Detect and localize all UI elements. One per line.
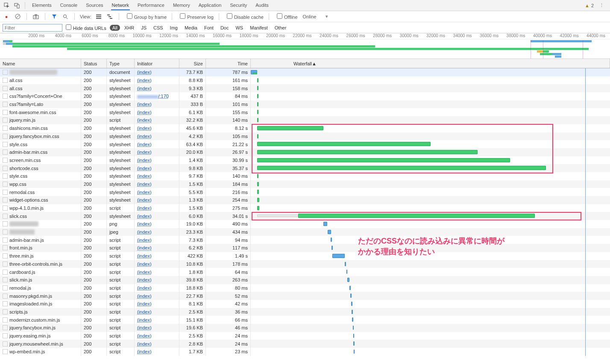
cell-initiator[interactable]: (index) [135,252,179,260]
tab-network[interactable]: Network [111,1,130,10]
request-row[interactable]: masonry.pkgd.min.js200script(index)22.7 … [0,292,610,300]
cell-initiator[interactable]: (index) [135,140,179,148]
throttle-dropdown-icon[interactable]: ▾ [326,14,328,19]
request-row[interactable]: remodal.css200stylesheet(index)5.5 KB216… [0,188,610,196]
request-row[interactable]: style.css200stylesheet(index)9.7 KB140 m… [0,172,610,180]
request-row[interactable]: jquery.min.js200script(index)32.2 KB140 … [0,116,610,124]
chip-font[interactable]: Font [202,25,216,31]
chip-manifest[interactable]: Manifest [247,25,270,31]
search-icon[interactable] [62,13,69,21]
chip-media[interactable]: Media [182,25,200,31]
cell-initiator[interactable]: (index) [135,180,179,188]
cell-initiator[interactable]: (index) [135,148,179,156]
cell-initiator[interactable]: (index) [135,132,179,141]
request-row[interactable]: font-awesome.min.css200stylesheet(index)… [0,108,610,116]
hide-data-checkbox[interactable] [66,24,71,30]
cell-initiator[interactable]: (index) [135,276,179,284]
sort-icon[interactable]: ▲ [312,61,317,66]
col-time[interactable]: Time [206,59,251,68]
chip-all[interactable]: All [110,25,120,31]
request-row[interactable]: cardboard.js200script(index)1.8 KB64 ms [0,268,610,276]
request-row[interactable]: remodal.js200script(index)18.8 KB80 ms [0,284,610,292]
request-row[interactable]: widget-options.css200stylesheet(index)1.… [0,196,610,204]
capture-screenshot-icon[interactable] [32,13,40,21]
request-row[interactable]: jquery.easing.min.js200script(index)2.5 … [0,332,610,340]
request-row[interactable]: slick.min.js200script(index)39.8 KB263 m… [0,276,610,284]
request-row[interactable]: admin-bar.min.css200stylesheet(index)20.… [0,148,610,156]
tab-memory[interactable]: Memory [172,1,191,10]
col-waterfall[interactable]: Waterfall▲ [251,59,610,68]
request-row[interactable]: front.min.js200script(index)6.2 KB117 ms [0,244,610,252]
cell-initiator[interactable]: (index) [135,164,179,172]
tab-performance[interactable]: Performance [137,1,165,10]
chip-xhr[interactable]: XHR [122,25,137,31]
cell-initiator[interactable]: (index) [135,324,179,332]
chip-other[interactable]: Other [272,25,289,31]
cell-initiator[interactable]: (index) [135,204,179,212]
timeline-overview[interactable]: 2000 ms4000 ms6000 ms8000 ms10000 ms1200… [0,33,610,59]
preserve-log-option[interactable]: Preserve log [177,13,214,20]
cell-initiator[interactable]: (index) [135,300,179,308]
chip-img[interactable]: Img [167,25,180,31]
col-size[interactable]: Size [179,59,206,68]
record-icon[interactable]: ● [3,13,10,21]
cell-initiator[interactable]: (index) [135,332,179,340]
col-initiator[interactable]: Initiator [135,59,179,68]
request-row[interactable]: admin-bar.min.js200script(index)7.3 KB94… [0,236,610,244]
request-row[interactable]: css?family=Lato200stylesheet(index)333 B… [0,100,610,109]
waterfall-view-icon[interactable] [106,13,114,21]
request-row[interactable]: scripts.js200script(index)2.5 KB36 ms [0,308,610,316]
cell-initiator[interactable]: (index) [135,228,179,236]
filter-icon[interactable] [50,13,58,21]
request-row[interactable]: dashicons.min.css200stylesheet(index)45.… [0,124,610,132]
cell-initiator[interactable]: (index) [135,316,179,324]
cell-initiator[interactable]: (index) [135,292,179,300]
offline-option[interactable]: Offline [274,13,298,20]
request-row[interactable]: %...200jpeg(index)23.3 KB434 ms [0,228,610,236]
more-icon[interactable]: ⋮ [597,1,606,10]
request-row[interactable]: three.min.js200script(index)422 KB1.49 s [0,252,610,260]
cell-initiator[interactable]: (index) [135,348,179,356]
chip-css[interactable]: CSS [151,25,166,31]
tab-audits[interactable]: Audits [255,1,270,10]
device-toggle-icon[interactable] [13,1,21,10]
request-row[interactable]: slick.css200stylesheet(index)6.0 KB34.01… [0,212,610,220]
hide-data-urls-option[interactable]: Hide data URLs [66,24,106,31]
col-type[interactable]: Type [107,59,135,68]
request-row[interactable]: wp-embed.min.js200script(index)1.7 KB23 … [0,348,610,356]
disable-cache-option[interactable]: Disable cache [224,13,264,20]
tab-sources[interactable]: Sources [85,1,104,10]
request-row[interactable]: imagesloaded.min.js200script(index)8.1 K… [0,300,610,308]
request-row[interactable]: jquery.fancybox.min.css200stylesheet(ind… [0,132,610,141]
cell-initiator[interactable]: (index) [135,196,179,204]
cell-initiator[interactable]: (index) [135,100,179,109]
offline-checkbox[interactable] [277,13,282,19]
cell-initiator[interactable]: (index) [135,156,179,164]
group-by-frame-checkbox[interactable] [127,13,132,19]
cell-initiator[interactable]: (index) [135,68,179,76]
warning-count[interactable]: ▲ 2 [585,3,594,8]
cell-initiator[interactable]: (index) [135,116,179,124]
inspect-icon[interactable] [3,1,11,10]
request-row[interactable]: all.css200stylesheet(index)9.3 KB158 ms [0,84,610,92]
tab-security[interactable]: Security [229,1,248,10]
col-status[interactable]: Status [81,59,107,68]
request-row[interactable]: xxxxxxxxxxxxx200document(index)73.7 KB78… [0,68,610,76]
request-row[interactable]: css?family=Concert+One200stylesheetxxxxx… [0,92,610,100]
request-row[interactable]: wpp.css200stylesheet(index)1.5 KB184 ms [0,180,610,188]
col-name[interactable]: Name [0,59,81,68]
large-rows-icon[interactable] [95,13,103,21]
cell-initiator[interactable]: (index) [135,308,179,316]
filter-input[interactable] [3,24,62,32]
cell-initiator[interactable]: (index) [135,284,179,292]
cell-initiator[interactable]: (index) [135,212,179,220]
request-row[interactable]: wpp-4.1.0.min.js200script(index)1.5 KB27… [0,204,610,212]
request-row[interactable]: jquery.mousewheel.min.js200script(index)… [0,340,610,348]
cell-initiator[interactable]: (index) [135,76,179,85]
request-row[interactable]: all.css200stylesheet(index)8.8 KB161 ms [0,76,610,85]
preserve-log-checkbox[interactable] [180,13,185,19]
request-row[interactable]: jquery.fancybox.min.js200script(index)19… [0,324,610,332]
cell-initiator[interactable]: (index) [135,340,179,348]
cell-initiator[interactable]: (index) [135,188,179,196]
chip-doc[interactable]: Doc [218,25,232,31]
